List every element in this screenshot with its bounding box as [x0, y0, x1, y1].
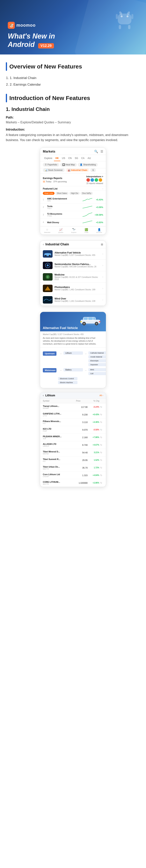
lithium-row-2[interactable]: GANFENG LITHI...1772 9.230 +0.43% ↻ [40, 411, 106, 418]
lr-change-6: +4.67% [88, 444, 99, 446]
trade-icon: 💹 [85, 228, 88, 231]
filter-divs[interactable]: Divs 5d/5y [81, 192, 93, 195]
chain-item-sub-4: Market Cap($B): 1,481 Constituent Stocks… [55, 288, 100, 291]
overview-section-bar [6, 62, 7, 71]
stock-row-2[interactable]: 2 Tesla TSLA +3.09% [40, 204, 106, 211]
lr-refresh-3[interactable]: ↻ [99, 421, 103, 424]
col-chg: % Chg [80, 400, 99, 402]
nav-trade[interactable]: 💹 Trade [84, 228, 88, 233]
tab-industrial-chain[interactable]: 🏭 Industrial Chain [66, 168, 89, 172]
tab-us[interactable]: US [60, 156, 67, 161]
lr-refresh-6[interactable]: ↻ [99, 444, 103, 446]
filter-high-div[interactable]: High Div [69, 192, 80, 195]
lithium-row-5[interactable]: PILBARA MINER...1LB 2.160 +7.86% ↻ [40, 434, 106, 441]
lr-price-5: 2.160 [74, 436, 88, 439]
lr-refresh-4[interactable]: ↻ [99, 429, 103, 431]
lr-refresh-1[interactable]: ↻ [99, 406, 103, 408]
avatar-4 [99, 178, 102, 182]
lithium-row-1[interactable]: Tianqi Lithium...002466 117.90 -0.24% ↻ [40, 403, 106, 411]
electric-machine: Electric Machine [58, 381, 78, 384]
stock-row-3[interactable]: 3 T2 Biosystems TTOO +30.58% [40, 211, 106, 219]
lithium-row-8[interactable]: Tibet Summit R...P.S 29.95 1.52% ↻ [40, 457, 106, 464]
alt-fuel-info: Market Cap($B): 5,327 Constituent Stocks… [40, 331, 106, 347]
svg-rect-26 [84, 317, 88, 320]
chain-arrow-5: › [103, 299, 103, 301]
chain-grid-icon[interactable]: ⊞ [101, 243, 103, 246]
lr-refresh-2[interactable]: ↻ [99, 413, 103, 416]
lr-refresh-5[interactable]: ↻ [99, 436, 103, 439]
svg-rect-34 [99, 321, 100, 322]
avatar-1 [86, 178, 90, 182]
lithium-row-10[interactable]: Core Lithium LtdCXOXF 1.315 +4.84% ↻ [40, 472, 106, 479]
markets-title: Markets [43, 150, 55, 154]
lithium-row-11[interactable]: CORE LITHIUM...001776 1.020000 +2.86% ↻ [40, 479, 106, 487]
chain-item-2[interactable]: Semiconductor Device Fabrica... Market C… [40, 260, 106, 271]
electronic-control: Electronic Control [58, 377, 78, 380]
filter-short-sales[interactable]: Short Sales [55, 192, 68, 195]
lr-change-10: +4.84% [88, 474, 99, 476]
hero-version: V12.29 [38, 43, 54, 49]
search-icon[interactable]: 🔍 [94, 150, 98, 153]
tab-cn[interactable]: CN [67, 156, 73, 161]
hero-title-line1: What's New in [8, 32, 55, 40]
filter-heat-lists[interactable]: Heat Lists [43, 192, 55, 195]
chain-arrow-4: › [103, 287, 103, 290]
tab-shareholding[interactable]: 👤 Shareholding [78, 163, 98, 166]
lr-price-3: 3.110 [74, 421, 88, 424]
lr-price-11: 1.020000 [74, 482, 88, 484]
tab-stock-screener[interactable]: 📊 Stock Screener [43, 168, 65, 172]
chain-item-5[interactable]: Wind Over Market Cap($B): 1,181 Constitu… [40, 294, 106, 306]
tab-ca[interactable]: CA [80, 156, 86, 161]
menu-icon[interactable]: ☰ [100, 150, 103, 153]
chain-item-3[interactable]: + Medicine Market Cap($B): 63,321 & 227 … [40, 271, 106, 283]
lr-refresh-8[interactable]: ↻ [99, 459, 103, 462]
lithium-screen: ‹ Lithium All › Symbol Price % Chg Tianq… [40, 392, 106, 487]
tab-g[interactable]: G [90, 168, 96, 172]
stock-row-1[interactable]: 1 AMC Entertainment AMC +5.43% [40, 196, 106, 204]
tab-explore[interactable]: Explore [43, 156, 54, 161]
stock-ticker-2: TSLA [47, 208, 81, 209]
lithium-row-6[interactable]: ALLKEM LTDOROCF 8.740 +4.67% ↻ [40, 441, 106, 449]
lr-name-3: Pilbara Minerals... [43, 420, 74, 423]
cathode-material: Cathode Material [88, 351, 106, 354]
featured-list-arrow[interactable]: › [103, 187, 103, 190]
lithium-back-icon[interactable]: ‹ [43, 394, 44, 397]
tab-sg[interactable]: SG [73, 156, 80, 161]
cell-item: Cell [88, 372, 106, 375]
alt-fuel-screen: Alternative Fuel Vehicle Market Cap($B):… [40, 312, 106, 388]
lr-refresh-9[interactable]: ↻ [99, 466, 103, 469]
tab-au[interactable]: AU [86, 156, 92, 161]
tab-hk[interactable]: HK [54, 156, 60, 161]
stock-chart-2 [83, 205, 92, 210]
lr-refresh-7[interactable]: ↻ [99, 451, 103, 454]
lr-refresh-10[interactable]: ↻ [99, 474, 103, 477]
tab-heatmap[interactable]: 🔲 Heat Map [60, 163, 77, 166]
account-icon: 👤 [97, 228, 101, 231]
feature-tabs-row: 🗒 Paperfolio 🔲 Heat Map 👤 Shareholding [40, 161, 106, 168]
chain-item-4[interactable]: Photovoltaics Market Cap($B): 1,481 Cons… [40, 283, 106, 294]
nav-account[interactable]: 👤 Account [96, 228, 102, 233]
chain-arrow-3: › [103, 276, 103, 278]
svg-rect-2 [118, 13, 132, 24]
lithium-row-4[interactable]: IGO LTDPGIP 9.070 -0.58% ↻ [40, 426, 106, 434]
chain-item-name-4: Photovoltaics [55, 286, 100, 288]
lithium-row-9[interactable]: Tibet Urban De...600773 35.70 1.72% ↻ [40, 464, 106, 472]
chain-item-1[interactable]: Alternative Fuel Vehicle Market Cap($B):… [40, 248, 106, 260]
tab-paperfolio[interactable]: 🗒 Paperfolio [43, 163, 59, 166]
back-icon[interactable]: ‹ [43, 243, 44, 246]
path-text: Markets – Explore/Detailed Quotes – Summ… [6, 120, 140, 125]
nav-quotes[interactable]: 📈 Quotes [58, 228, 63, 233]
lithium-row-3[interactable]: Pilbara Minerals...P.S 3.110 +4.36% ↻ [40, 418, 106, 426]
electrolyte: Electrolyte [88, 359, 106, 362]
lr-refresh-11[interactable]: ↻ [99, 482, 103, 484]
alt-fuel-banner-title: Alternative Fuel Vehicle [43, 326, 78, 330]
nav-explore[interactable]: 🔭 Explore [71, 228, 77, 233]
lr-name-10: Core Lithium Ltd [43, 473, 74, 475]
chain-screen-header: ‹ Industrial Chain ⊞ [40, 241, 106, 248]
stock-row-4[interactable]: 4 Walt Disney +3.93% [40, 219, 106, 226]
overview-item-1: 1. Industrial Chain [10, 75, 140, 81]
nav-watchlist[interactable]: ☆ Watchlist [44, 228, 50, 233]
lithium-all-button[interactable]: All › [99, 394, 103, 397]
lithium-row-7[interactable]: Tibet Mineral D...000762 54.40 3.21% ↻ [40, 449, 106, 457]
chain-item-name-1: Alternative Fuel Vehicle [55, 251, 100, 254]
